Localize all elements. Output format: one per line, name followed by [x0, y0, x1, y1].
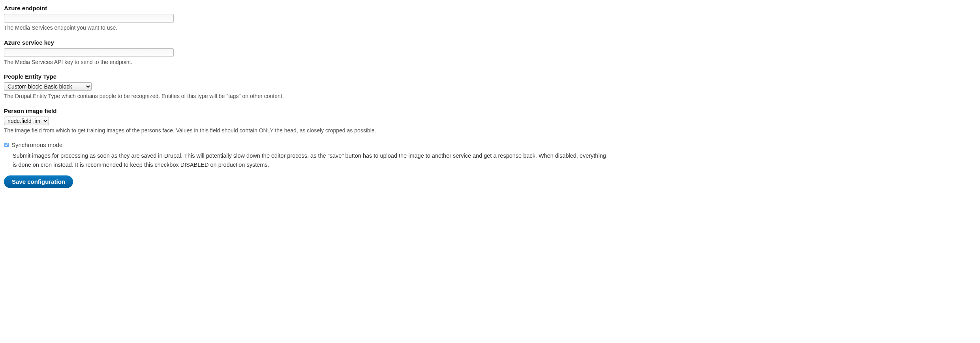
person-image-field-group: Person image field node.field_image The … — [4, 107, 608, 135]
azure-service-key-input[interactable] — [4, 48, 174, 57]
azure-endpoint-description: The Media Services endpoint you want to … — [4, 24, 608, 32]
azure-endpoint-input[interactable] — [4, 14, 174, 23]
azure-service-key-label: Azure service key — [4, 38, 608, 47]
synchronous-mode-description: Submit images for processing as soon as … — [13, 151, 608, 169]
azure-service-key-description: The Media Services API key to send to th… — [4, 58, 608, 66]
synchronous-mode-field-group: Synchronous mode Submit images for proce… — [4, 141, 608, 169]
azure-endpoint-field-group: Azure endpoint The Media Services endpoi… — [4, 4, 608, 32]
azure-endpoint-label: Azure endpoint — [4, 4, 608, 12]
person-image-field-select[interactable]: node.field_image — [4, 117, 49, 125]
azure-service-key-field-group: Azure service key The Media Services API… — [4, 38, 608, 66]
person-image-field-label: Person image field — [4, 107, 608, 115]
save-configuration-button[interactable]: Save configuration — [4, 175, 73, 188]
people-entity-type-description: The Drupal Entity Type which contains pe… — [4, 92, 608, 100]
people-entity-type-field-group: People Entity Type Custom block: Basic b… — [4, 72, 608, 100]
person-image-field-description: The image field from which to get traini… — [4, 127, 608, 135]
people-entity-type-select[interactable]: Custom block: Basic block — [4, 82, 92, 91]
synchronous-mode-label: Synchronous mode — [11, 141, 62, 149]
people-entity-type-label: People Entity Type — [4, 72, 608, 81]
synchronous-mode-checkbox[interactable] — [4, 143, 9, 147]
